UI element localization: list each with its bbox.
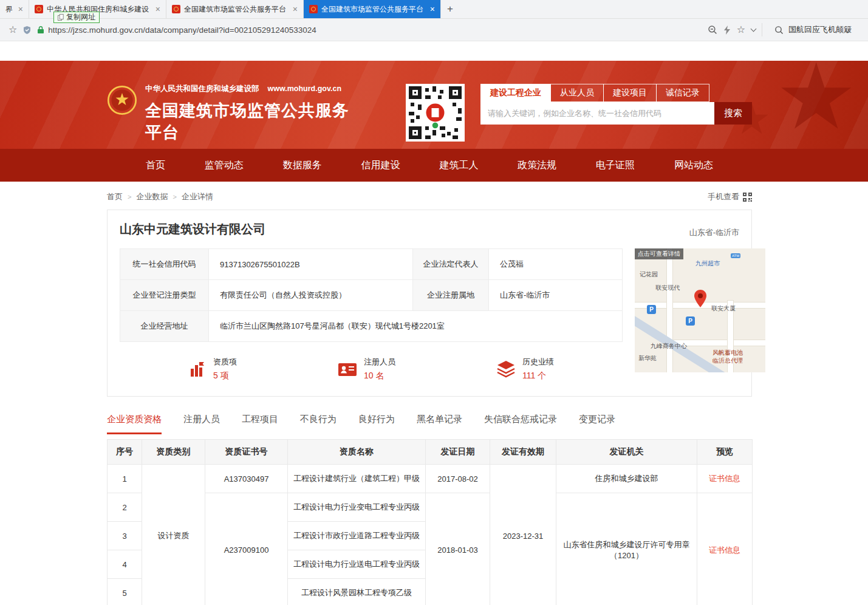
tab-blacklist[interactable]: 黑名单记录 [417,414,462,434]
flash-icon[interactable] [723,26,731,35]
cell-name: 工程设计市政行业道路工程专业丙级 [288,522,426,550]
browser-tab-jzsc-active[interactable]: 全国建筑市场监管公共服务平台 × [304,0,441,18]
reg-region-value: 山东省-临沂市 [489,280,623,311]
tab-good-behavior[interactable]: 良好行为 [358,414,395,434]
tab-registered-personnel[interactable]: 注册人员 [183,414,220,434]
cert-info-link[interactable]: 证书信息 [709,474,740,483]
personnel-card-icon [338,361,357,377]
site-brand: 中华人民共和国住房和城乡建设部 www.mohurd.gov.cn 全国建筑市场… [107,84,366,143]
tab-change-records[interactable]: 变更记录 [579,414,615,434]
search-button[interactable]: 搜索 [714,102,752,125]
tab-title: 全国建筑市场监管公共服务平台 [184,4,289,15]
nav-item-supervision-news[interactable]: 监管动态 [205,159,244,172]
map-poi-lianan-tower: 联安大厦 [711,304,736,313]
mobile-view-label: 手机查看 [708,191,739,202]
cell-name: 工程设计建筑行业（建筑工程）甲级 [288,465,426,493]
tab-title: 全国建筑市场监管公共服务平台 [321,4,426,15]
reg-region-label: 企业注册属地 [413,280,489,311]
national-emblem-logo [107,84,137,117]
cell-no: 5 [108,579,142,605]
map-poi-garden: 记花园 [640,270,658,279]
nav-item-home[interactable]: 首页 [146,159,165,172]
qualification-table: 序号 资质类别 资质证书号 资质名称 发证日期 发证有效期 发证机关 预览 1 … [107,439,753,605]
company-info-table: 统一社会信用代码 91371302675501022B 企业法定代表人 公茂福 … [120,248,623,342]
cell-no: 2 [108,493,142,522]
new-tab-button[interactable]: + [441,0,459,18]
site-favicon [35,5,43,13]
stat-label: 注册人员 [364,357,395,367]
map-road [666,248,673,372]
security-shield-icon[interactable] [23,26,31,35]
legal-rep-value: 公茂福 [489,249,623,280]
map-poi-battery-shop: 风帆蓄电池临沂总代理 [713,349,743,364]
tab-projects[interactable]: 工程项目 [242,414,278,434]
tab-close-icon[interactable]: × [155,5,160,13]
company-location-map[interactable]: 点击可查看详情 九州超市 ATM 记花园 联安现代 P P 联安大厦 九峰商务中… [635,248,765,372]
map-poi-xinhuayuan: 新华苑 [638,354,657,363]
url-field[interactable]: https://jzsc.mohurd.gov.cn/data/company/… [37,26,701,35]
favorite-star-icon[interactable]: ☆ [737,25,745,35]
hot-search-text: 国航回应飞机颠簸 [788,24,852,35]
company-stats: 资质项 5 项 注册人员 10 名 [120,357,623,381]
company-detail-card: 山东中元建筑设计有限公司 山东省-临沂市 统一社会信用代码 9137130267… [107,210,752,397]
reg-type-value: 有限责任公司（自然人投资或控股） [209,280,413,311]
ministry-name: 中华人民共和国住房和城乡建设部 [145,84,259,94]
bookmark-star-icon[interactable]: ☆ [9,25,17,35]
search-category-tabs: 建设工程企业 从业人员 建设项目 诚信记录 [480,84,752,102]
cell-cert-no: A237009100 [205,493,288,605]
mobile-view-control[interactable]: 手机查看 [708,191,752,202]
platform-title: 全国建筑市场监管公共服务平台 [145,100,366,143]
table-header-row: 序号 资质类别 资质证书号 资质名称 发证日期 发证有效期 发证机关 预览 [108,440,753,465]
tab-close-icon[interactable]: × [430,5,435,13]
address-bar: ☆ https://jzsc.mohurd.gov.cn/data/compan… [0,19,868,41]
cert-info-link[interactable]: 证书信息 [709,545,740,555]
cell-valid-until: 2023-12-31 [490,465,556,605]
site-favicon [172,5,180,13]
zoom-icon[interactable] [708,25,717,35]
breadcrumb-separator-icon: > [173,193,176,200]
stat-value: 5 项 [213,371,237,381]
tab-close-icon[interactable]: × [18,5,23,13]
https-lock-icon [37,26,44,34]
search-tab-credit-records[interactable]: 诚信记录 [656,84,709,102]
stat-label: 资质项 [213,357,237,367]
tab-close-icon[interactable]: × [293,5,298,13]
nav-item-credit-building[interactable]: 信用建设 [361,159,400,172]
tab-qualifications[interactable]: 企业资质资格 [107,414,162,434]
cell-cert-no: A137030497 [205,465,288,493]
browser-tab-cutoff[interactable]: 界 × [0,0,29,18]
search-tab-construction-enterprise[interactable]: 建设工程企业 [480,84,551,102]
copy-url-tooltip: 复制网址 [53,12,100,23]
header-search-module: 建设工程企业 从业人员 建设项目 诚信记录 搜索 [480,84,752,143]
cell-issue-date: 2017-08-02 [426,465,490,493]
nav-item-construction-workers[interactable]: 建筑工人 [439,159,478,172]
col-header-preview: 预览 [697,440,753,465]
nav-item-site-news[interactable]: 网站动态 [674,159,713,172]
copy-url-tooltip-label: 复制网址 [66,12,95,22]
tab-bad-behavior[interactable]: 不良行为 [300,414,337,434]
browser-search-box[interactable]: 国航回应飞机颠簸 [768,24,859,35]
search-tab-projects[interactable]: 建设项目 [603,84,657,102]
nav-item-data-services[interactable]: 数据服务 [283,159,322,172]
breadcrumb-separator-icon: > [128,193,131,200]
keyword-search-input[interactable] [480,102,714,125]
search-tab-practitioners[interactable]: 从业人员 [550,84,604,102]
chevron-down-icon[interactable] [751,26,757,32]
map-poi-supermarket: 九州超市 [695,259,720,268]
col-header-no: 序号 [108,440,142,465]
tab-dishonesty-punishment[interactable]: 失信联合惩戒记录 [484,414,557,434]
table-row: 1 设计资质 A137030497 工程设计建筑行业（建筑工程）甲级 2017-… [108,465,753,493]
col-header-name: 资质名称 [288,440,426,465]
stat-historical-performance: 历史业绩 111 个 [496,357,554,381]
breadcrumb-home[interactable]: 首页 [107,191,123,202]
address-label: 企业经营地址 [120,311,209,342]
cell-no: 1 [108,465,142,493]
breadcrumb-company-data[interactable]: 企业数据 [136,191,168,202]
nav-item-e-certificates[interactable]: 电子证照 [596,159,635,172]
reg-type-label: 企业登记注册类型 [120,280,209,311]
company-name: 山东中元建筑设计有限公司 [120,221,739,238]
browser-tab-jzsc-1[interactable]: 全国建筑市场监管公共服务平台 × [166,0,304,18]
nav-item-policies[interactable]: 政策法规 [518,159,556,172]
main-navigation: 首页 监管动态 数据服务 信用建设 建筑工人 政策法规 电子证照 网站动态 [0,149,868,182]
cell-no: 4 [108,550,142,579]
